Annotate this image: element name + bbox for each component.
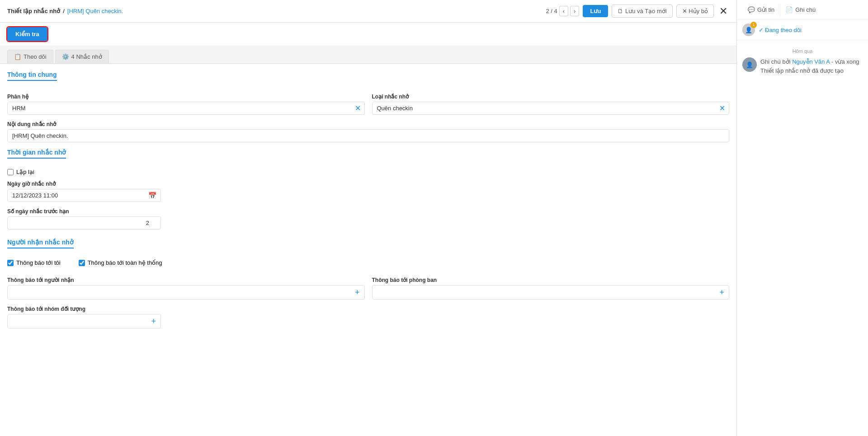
right-header: 💬 Gửi tin 📄 Ghi chú	[737, 0, 868, 20]
group-thong-bao-phong-ban: Thông báo tới phòng ban +	[372, 277, 730, 300]
message-icon: 💬	[748, 6, 755, 13]
input-phong-ban[interactable]: +	[372, 285, 730, 300]
group-thong-bao-nguoi-nhan: Thông báo tới người nhận +	[7, 277, 365, 300]
save-button[interactable]: Lưu	[583, 5, 608, 17]
label-thong-bao-toan-he-thong: Thông báo tới toàn hệ thống	[88, 259, 162, 266]
group-noi-dung: Nội dung nhắc nhở	[7, 121, 729, 142]
ghi-chu-button[interactable]: 📄 Ghi chú	[780, 4, 821, 16]
group-phan-he: Phân hệ ✕	[7, 94, 365, 115]
activity-text: Thiết lập nhắc nhở đã được tạo	[760, 67, 844, 74]
lap-lai-checkbox[interactable]	[7, 169, 14, 175]
add-phong-ban-button[interactable]: +	[715, 288, 729, 297]
label-thong-bao-nguoi-nhan: Thông báo tới người nhận	[7, 277, 365, 283]
group-loai-nhac-nho: Loại nhắc nhở ✕	[372, 94, 730, 115]
avatar: 👤 1	[742, 23, 755, 36]
cancel-icon: ✕	[682, 8, 687, 14]
prev-page-button[interactable]: ‹	[559, 6, 568, 16]
activity-section: Hôm qua 👤 Ghi chú bởi Nguyễn Văn A - vừa…	[737, 40, 868, 436]
activity-content: Ghi chú bởi Nguyễn Văn A - vừa xong Thiế…	[760, 57, 859, 75]
header: Thiết lập nhắc nhở / [HRM] Quên checkin.…	[0, 0, 736, 23]
row-thong-bao-toan-he-thong: Thông báo tới toàn hệ thống	[79, 259, 162, 266]
input-loai-nhac-nho[interactable]: ✕	[372, 102, 730, 115]
activity-author: Nguyễn Văn A	[792, 58, 830, 65]
breadcrumb-link[interactable]: [HRM] Quên checkin.	[67, 8, 123, 14]
clear-loai-button[interactable]: ✕	[716, 104, 729, 113]
check-icon: ✓	[759, 27, 764, 33]
cancel-button[interactable]: ✕ Hủy bỏ	[676, 5, 714, 18]
label-nhom-doi-tuong: Thông báo tới nhóm đối tượng	[7, 306, 161, 312]
follow-row: 👤 1 ✓ Đang theo dõi	[737, 20, 868, 40]
kiem-tra-bar: Kiểm tra	[0, 23, 736, 46]
input-nhom-doi-tuong[interactable]: +	[7, 314, 161, 328]
gui-tin-button[interactable]: 💬 Gửi tin	[742, 4, 780, 16]
tabs-bar: 📋 Theo dõi ⚙️ 4 Nhắc nhở	[0, 46, 736, 64]
form-content: Thông tin chung Phân hệ ✕ Loại nhắc nhở …	[0, 64, 736, 436]
section-thong-tin: Thông tin chung	[7, 71, 57, 81]
label-loai-nhac-nho: Loại nhắc nhở	[372, 94, 730, 100]
input-nguoi-nhan[interactable]: +	[7, 285, 365, 300]
tab-theo-doi[interactable]: 📋 Theo dõi	[7, 50, 53, 63]
activity-avatar: 👤	[742, 57, 757, 72]
input-ngay-gio[interactable]: 📅	[7, 189, 161, 202]
day-label: Hôm qua	[742, 48, 863, 54]
input-phan-he[interactable]: ✕	[7, 102, 365, 115]
noi-dung-field[interactable]	[7, 129, 729, 142]
save-create-button[interactable]: 🗋 Lưu và Tạo mới	[612, 5, 672, 18]
row-thong-bao-toi: Thông báo tới tôi	[7, 259, 61, 266]
label-thong-bao-phong-ban: Thông báo tới phòng ban	[372, 277, 730, 283]
section-thoi-gian: Thời gian nhắc nhở	[7, 149, 66, 159]
thong-bao-toan-he-thong-checkbox[interactable]	[79, 260, 85, 266]
follow-status: ✓ Đang theo dõi	[759, 27, 802, 33]
avatar-icon: 👤	[745, 27, 752, 33]
phan-he-field[interactable]	[8, 102, 351, 114]
add-nguoi-nhan-button[interactable]: +	[350, 288, 364, 297]
note-icon: 📄	[786, 6, 793, 13]
calendar-icon[interactable]: 📅	[145, 192, 160, 200]
loai-nhac-nho-field[interactable]	[373, 102, 716, 114]
tab-nhac-nho[interactable]: ⚙️ 4 Nhắc nhở	[55, 50, 109, 63]
tab-nhac-nho-label: 4 Nhắc nhở	[71, 53, 102, 60]
label-lap-lai: Lặp lại	[16, 169, 34, 175]
activity-suffix: - vừa xong	[830, 58, 859, 65]
group-ngay-gio: Ngày giờ nhắc nhở 📅	[7, 181, 161, 202]
next-page-button[interactable]: ›	[570, 6, 579, 16]
label-noi-dung: Nội dung nhắc nhở	[7, 121, 729, 127]
so-ngay-field[interactable]	[8, 217, 160, 229]
follow-badge: 1	[750, 22, 757, 28]
activity-prefix: Ghi chú bởi	[760, 58, 792, 65]
ngay-gio-field[interactable]	[8, 189, 145, 202]
right-panel: 💬 Gửi tin 📄 Ghi chú 👤 1 ✓ Đang theo dõi …	[737, 0, 868, 436]
save-icon: 🗋	[618, 8, 623, 14]
row-phan-he-loai: Phân hệ ✕ Loại nhắc nhở ✕	[7, 94, 729, 115]
group-so-ngay: Số ngày nhắc trước hạn	[7, 208, 161, 230]
breadcrumb-main: Thiết lập nhắc nhở	[7, 8, 60, 14]
row-nguoi-nhan-phong-ban: Thông báo tới người nhận + Thông báo tới…	[7, 277, 729, 300]
label-phan-he: Phân hệ	[7, 94, 365, 100]
close-button[interactable]: ✕	[717, 5, 729, 17]
gear-icon: ⚙️	[62, 53, 69, 60]
add-nhom-button[interactable]: +	[146, 317, 160, 326]
row-checkboxes: Thông báo tới tôi Thông báo tới toàn hệ …	[7, 259, 729, 271]
tab-theo-doi-label: Theo dõi	[24, 53, 47, 60]
clear-phan-he-button[interactable]: ✕	[351, 104, 364, 113]
label-ngay-gio: Ngày giờ nhắc nhở	[7, 181, 161, 187]
section-nguoi-nhan: Người nhận nhắc nhở	[7, 239, 74, 248]
label-thong-bao-toi: Thông báo tới tôi	[16, 259, 61, 266]
page-nav: 2 / 4 ‹ ›	[546, 6, 579, 16]
nhom-doi-tuong-field[interactable]	[8, 315, 146, 328]
nguoi-nhan-field[interactable]	[8, 286, 350, 299]
kiem-tra-button[interactable]: Kiểm tra	[7, 27, 47, 41]
activity-item: 👤 Ghi chú bởi Nguyễn Văn A - vừa xong Th…	[742, 57, 863, 75]
label-so-ngay: Số ngày nhắc trước hạn	[7, 208, 161, 215]
phong-ban-field[interactable]	[373, 286, 715, 299]
page-indicator: 2 / 4	[546, 8, 557, 14]
table-icon: 📋	[14, 53, 21, 60]
thong-bao-toi-checkbox[interactable]	[7, 260, 14, 266]
row-lap-lai: Lặp lại	[7, 169, 729, 175]
input-so-ngay[interactable]	[7, 216, 161, 230]
user-icon: 👤	[746, 61, 753, 68]
group-nhom-doi-tuong: Thông báo tới nhóm đối tượng +	[7, 306, 161, 328]
